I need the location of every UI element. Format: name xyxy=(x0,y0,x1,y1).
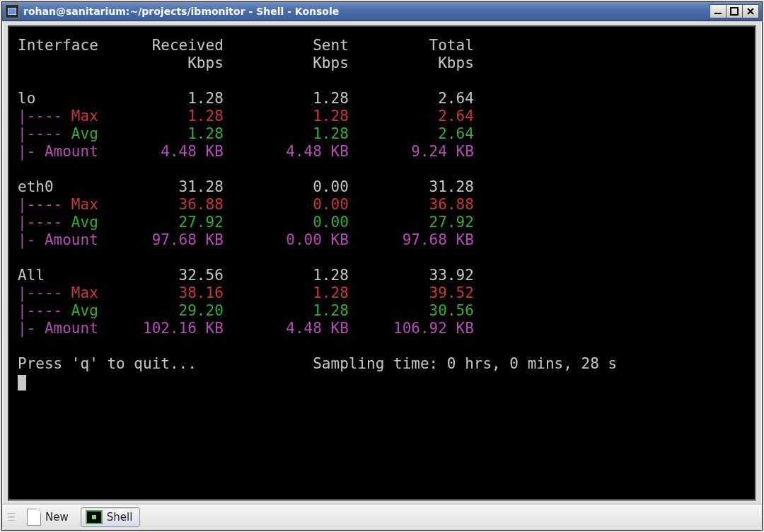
konsole-window: rohan@sanitarium:~/projects/ibmonitor - … xyxy=(1,1,763,531)
toolbar-grip-icon xyxy=(8,513,15,522)
terminal-content: Interface Received Sent Total Kbps Kbps … xyxy=(18,37,746,391)
bottom-toolbar: New Shell xyxy=(2,504,762,530)
new-tab-button[interactable]: New xyxy=(22,506,76,528)
shell-tab-button[interactable]: Shell xyxy=(81,507,141,527)
document-icon xyxy=(27,509,41,526)
titlebar[interactable]: rohan@sanitarium:~/projects/ibmonitor - … xyxy=(2,2,762,21)
svg-rect-0 xyxy=(714,13,722,14)
terminal-cursor xyxy=(18,375,26,391)
close-button[interactable] xyxy=(742,4,759,18)
shell-label: Shell xyxy=(107,511,133,524)
konsole-app-icon xyxy=(5,4,19,18)
maximize-button[interactable] xyxy=(726,4,743,18)
svg-rect-1 xyxy=(731,8,738,15)
maximize-icon xyxy=(730,7,739,16)
close-icon xyxy=(746,7,755,16)
terminal-area[interactable]: Interface Received Sent Total Kbps Kbps … xyxy=(8,25,756,501)
window-title: rohan@sanitarium:~/projects/ibmonitor - … xyxy=(23,6,710,17)
new-label: New xyxy=(45,511,69,524)
window-controls xyxy=(710,4,759,18)
minimize-button[interactable] xyxy=(710,4,727,18)
shell-icon xyxy=(86,510,103,524)
minimize-icon xyxy=(714,7,722,16)
